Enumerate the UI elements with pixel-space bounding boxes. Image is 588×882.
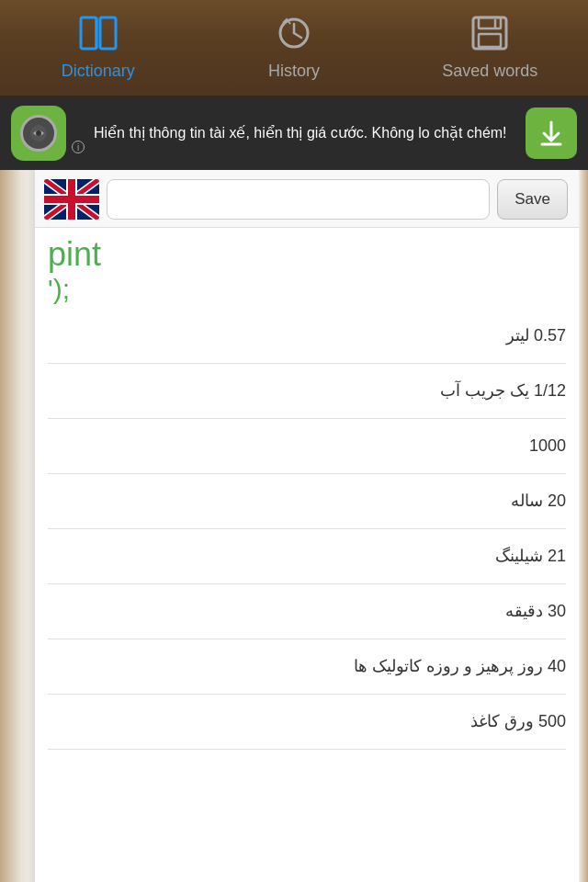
banner-logo xyxy=(11,106,66,161)
definitions-list: 0.57 لیتر1/12 یک جریب آب100020 ساله21 شی… xyxy=(35,309,579,882)
word-code: '); xyxy=(48,274,566,305)
definition-text: 500 ورق کاغذ xyxy=(470,709,566,734)
info-icon[interactable]: i xyxy=(72,141,85,153)
search-row: Save xyxy=(35,170,579,228)
nav-label-history: History xyxy=(268,62,320,81)
nav-tab-dictionary[interactable]: Dictionary xyxy=(0,0,196,96)
nav-label-saved: Saved words xyxy=(442,62,537,81)
list-item: 40 روز پرهیز و روزه کاتولیک ها xyxy=(48,639,566,695)
svg-rect-8 xyxy=(479,34,501,47)
word-main: pint xyxy=(48,235,566,274)
banner-logo-inner xyxy=(20,115,57,152)
save-button[interactable]: Save xyxy=(497,179,568,220)
definition-text: 21 شیلینگ xyxy=(495,544,566,569)
floppy-icon xyxy=(469,16,510,56)
content-area: Save pint '); 0.57 لیتر1/12 یک جریب آب10… xyxy=(35,170,579,882)
definition-text: 1/12 یک جریب آب xyxy=(440,379,566,403)
clock-icon xyxy=(274,16,314,56)
page-right-edge xyxy=(579,170,588,882)
list-item: 30 دقیقه xyxy=(48,584,566,639)
list-item: 0.57 لیتر xyxy=(48,309,566,364)
svg-rect-1 xyxy=(100,17,116,49)
svg-rect-0 xyxy=(81,17,96,49)
definition-text: 1000 xyxy=(529,434,566,458)
definition-text: 20 ساله xyxy=(511,489,566,514)
download-button[interactable] xyxy=(526,107,577,159)
svg-line-5 xyxy=(294,33,301,38)
list-item: 1/12 یک جریب آب xyxy=(48,364,566,419)
word-display: pint '); xyxy=(35,228,579,309)
ad-banner: i Hiển thị thông tin tài xế, hiển thị gi… xyxy=(0,96,588,170)
definition-text: 0.57 لیتر xyxy=(506,323,566,348)
svg-rect-21 xyxy=(44,196,99,203)
language-flag[interactable] xyxy=(44,179,99,220)
search-input[interactable] xyxy=(107,179,490,220)
list-item: 1000 xyxy=(48,419,566,474)
list-item: 500 ورق کاغذ xyxy=(48,695,566,750)
list-item: 20 ساله xyxy=(48,474,566,529)
page-left-edge xyxy=(0,170,35,882)
book-icon xyxy=(78,16,119,56)
nav-tab-history[interactable]: History xyxy=(196,0,391,96)
nav-tab-saved[interactable]: Saved words xyxy=(392,0,588,96)
banner-text: Hiển thị thông tin tài xế, hiển thị giá … xyxy=(94,123,516,143)
nav-label-dictionary: Dictionary xyxy=(62,62,135,81)
main-content: Save pint '); 0.57 لیتر1/12 یک جریب آب10… xyxy=(0,170,588,882)
top-navigation: Dictionary History Saved words xyxy=(0,0,588,96)
svg-point-11 xyxy=(36,130,41,136)
definition-text: 40 روز پرهیز و روزه کاتولیک ها xyxy=(354,654,566,679)
definition-text: 30 دقیقه xyxy=(505,599,566,624)
svg-rect-7 xyxy=(479,17,501,28)
list-item: 21 شیلینگ xyxy=(48,529,566,584)
